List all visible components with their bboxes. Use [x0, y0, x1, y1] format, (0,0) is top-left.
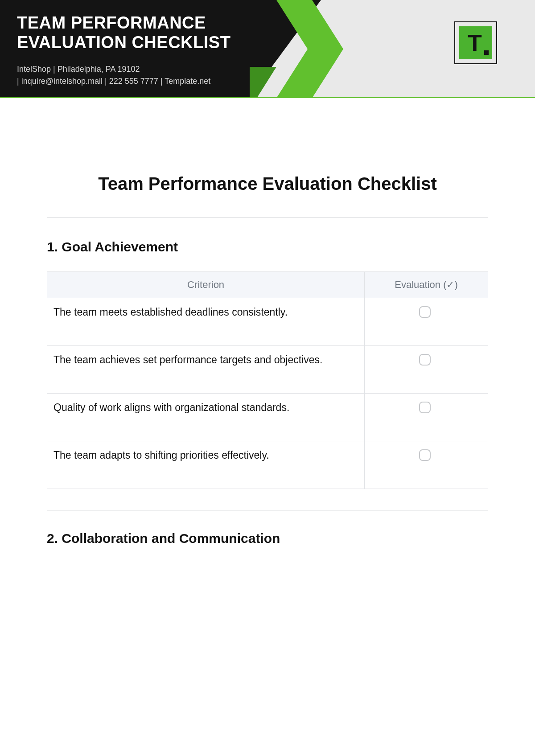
- checkbox[interactable]: [419, 402, 431, 413]
- page-title: Team Performance Evaluation Checklist: [47, 174, 488, 194]
- table-row: The team meets established deadlines con…: [47, 298, 488, 346]
- section-1-heading: 1. Goal Achievement: [47, 239, 488, 255]
- page-body: Team Performance Evaluation Checklist 1.…: [0, 98, 535, 546]
- table-row: The team adapts to shifting priorities e…: [47, 441, 488, 489]
- column-header-criterion: Criterion: [47, 272, 365, 298]
- brand-logo-dot-icon: [484, 50, 489, 55]
- criteria-table: Criterion Evaluation (✓) The team meets …: [47, 271, 488, 489]
- checkbox[interactable]: [419, 449, 431, 461]
- table-row: The team achieves set performance target…: [47, 346, 488, 394]
- section-2-heading: 2. Collaboration and Communication: [47, 531, 488, 546]
- document-header: TEAM PERFORMANCE EVALUATION CHECKLIST In…: [0, 0, 535, 98]
- checkbox[interactable]: [419, 306, 431, 318]
- brand-logo-letter: T: [468, 31, 482, 54]
- criterion-cell: The team achieves set performance target…: [47, 346, 365, 394]
- divider: [47, 217, 488, 218]
- header-meta: IntelShop | Philadelphia, PA 19102 | inq…: [17, 63, 210, 87]
- brand-logo-inner: T: [459, 26, 492, 59]
- header-green-chevron: [250, 0, 339, 97]
- table-row: Quality of work aligns with organization…: [47, 394, 488, 441]
- criterion-cell: The team meets established deadlines con…: [47, 298, 365, 346]
- evaluation-cell: [365, 441, 488, 489]
- header-title-line1: TEAM PERFORMANCE: [17, 13, 206, 32]
- header-meta-line2: | inquire@intelshop.mail | 222 555 7777 …: [17, 75, 210, 87]
- column-header-evaluation: Evaluation (✓): [365, 272, 488, 298]
- header-meta-line1: IntelShop | Philadelphia, PA 19102: [17, 63, 210, 75]
- criterion-cell: The team adapts to shifting priorities e…: [47, 441, 365, 489]
- criterion-cell: Quality of work aligns with organization…: [47, 394, 365, 441]
- header-title: TEAM PERFORMANCE EVALUATION CHECKLIST: [17, 13, 230, 52]
- header-title-line2: EVALUATION CHECKLIST: [17, 33, 230, 52]
- brand-logo: T: [454, 21, 497, 64]
- svg-marker-1: [250, 67, 276, 98]
- evaluation-cell: [365, 346, 488, 394]
- divider: [47, 510, 488, 511]
- svg-marker-0: [276, 0, 343, 98]
- evaluation-cell: [365, 298, 488, 346]
- checkbox[interactable]: [419, 354, 431, 366]
- evaluation-cell: [365, 394, 488, 441]
